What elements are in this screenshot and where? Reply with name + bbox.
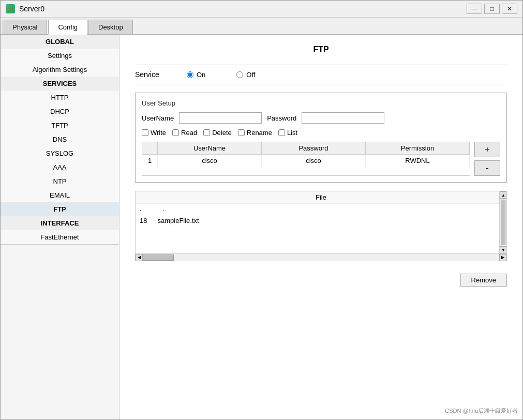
row-num: 1: [142, 155, 158, 167]
close-button[interactable]: ✕: [502, 4, 517, 14]
scroll-up-button[interactable]: ▲: [500, 191, 506, 199]
sidebar-item-http[interactable]: HTTP: [1, 91, 119, 105]
sidebar-item-dhcp[interactable]: DHCP: [1, 104, 119, 119]
add-user-button[interactable]: +: [474, 142, 500, 157]
remove-button[interactable]: Remove: [460, 274, 507, 287]
file-num: 18: [140, 217, 147, 224]
rename-checkbox[interactable]: [238, 129, 245, 136]
scroll-h-track: [143, 254, 499, 261]
permission-write[interactable]: Write: [142, 129, 166, 137]
table-row[interactable]: 1 cisco cisco RWDNL: [142, 155, 470, 167]
user-setup-box: User Setup UserName Password Write: [135, 93, 507, 183]
scroll-thumb[interactable]: [501, 200, 505, 245]
username-label: UserName: [142, 114, 174, 122]
delete-checkbox[interactable]: [203, 129, 210, 136]
table-header: UserName Password Permission: [142, 142, 470, 155]
file-dots-row: . .: [136, 204, 506, 214]
permission-read[interactable]: Read: [172, 129, 197, 137]
sidebar-item-services: SERVICES: [1, 77, 119, 91]
tab-desktop[interactable]: Desktop: [88, 20, 133, 34]
service-label: Service: [135, 70, 176, 79]
scroll-down-button[interactable]: ▼: [500, 246, 506, 253]
delete-label: Delete: [212, 129, 232, 137]
content-area: GLOBAL Settings Algorithm Settings SERVI…: [1, 35, 522, 419]
window-controls: — □ ✕: [467, 4, 517, 14]
tab-physical[interactable]: Physical: [3, 20, 47, 34]
permission-list[interactable]: List: [278, 129, 297, 137]
file-section: File . . 18 sampleFile.txt ▲: [135, 191, 507, 261]
service-off-label: Off: [246, 71, 255, 79]
watermark: CSDN @hnu后湖十级爱好者: [445, 407, 518, 415]
permissions-row: Write Read Delete Rename: [142, 129, 500, 137]
sidebar-item-dns[interactable]: DNS: [1, 132, 119, 147]
row-username: cisco: [158, 155, 262, 167]
row-permission: RWDNL: [366, 155, 470, 167]
service-on-input[interactable]: [187, 71, 193, 78]
write-label: Write: [151, 129, 166, 137]
panel-title: FTP: [135, 45, 507, 54]
list-checkbox[interactable]: [278, 129, 285, 136]
user-setup-fields: UserName Password: [142, 112, 500, 124]
tab-config[interactable]: Config: [48, 20, 87, 35]
table-buttons: + -: [474, 142, 500, 176]
username-input[interactable]: [179, 112, 262, 124]
sidebar-scroll: GLOBAL Settings Algorithm Settings SERVI…: [1, 35, 119, 419]
sidebar: GLOBAL Settings Algorithm Settings SERVI…: [1, 35, 119, 419]
minimize-button[interactable]: —: [467, 4, 482, 14]
sidebar-item-algorithm-settings[interactable]: Algorithm Settings: [1, 63, 119, 77]
maximize-button[interactable]: □: [484, 4, 500, 14]
sidebar-item-ftp[interactable]: FTP: [1, 202, 119, 217]
sidebar-item-settings[interactable]: Settings: [1, 49, 119, 63]
password-input[interactable]: [302, 112, 384, 124]
title-bar: 🌿 Server0 — □ ✕: [1, 1, 522, 18]
scroll-right-button[interactable]: ▶: [499, 254, 506, 261]
list-label: List: [287, 129, 297, 137]
sidebar-item-aaa[interactable]: AAA: [1, 160, 119, 175]
horizontal-scrollbar[interactable]: ◀ ▶: [136, 253, 506, 261]
remove-user-button[interactable]: -: [474, 160, 500, 176]
file-name: sampleFile.txt: [157, 217, 199, 224]
col-num: [142, 142, 158, 154]
col-password: Password: [262, 142, 366, 154]
main-panel: FTP Service On Off User Setup: [119, 35, 522, 419]
app-icon: 🌿: [6, 4, 15, 13]
sidebar-item-fastethernet[interactable]: FastEthernet: [1, 230, 119, 245]
dot2: .: [162, 205, 165, 213]
sidebar-item-interface: INTERFACE: [1, 216, 119, 231]
file-content: 18 sampleFile.txt: [136, 214, 506, 228]
col-permission: Permission: [366, 142, 470, 154]
service-row: Service On Off: [135, 65, 507, 84]
read-label: Read: [181, 129, 197, 137]
file-scroll-area: File . . 18 sampleFile.txt ▲: [136, 191, 506, 253]
service-on-label: On: [197, 71, 205, 79]
remove-row: Remove: [135, 269, 507, 287]
scroll-h-thumb[interactable]: [143, 254, 174, 261]
dot1: .: [140, 205, 142, 213]
permission-rename[interactable]: Rename: [238, 129, 272, 137]
sidebar-item-global: GLOBAL: [1, 35, 119, 49]
file-header: File: [136, 191, 506, 204]
service-off-radio[interactable]: Off: [236, 71, 255, 79]
rename-label: Rename: [247, 129, 272, 137]
service-on-radio[interactable]: On: [187, 71, 205, 79]
sidebar-item-email[interactable]: EMAIL: [1, 188, 119, 203]
sidebar-item-ntp[interactable]: NTP: [1, 174, 119, 189]
window-title: Server0: [19, 5, 44, 13]
read-checkbox[interactable]: [172, 129, 179, 136]
user-setup-title: User Setup: [142, 99, 500, 107]
sidebar-item-syslog[interactable]: SYSLOG: [1, 146, 119, 161]
file-row[interactable]: 18 sampleFile.txt: [140, 216, 502, 226]
col-username: UserName: [158, 142, 262, 154]
password-label: Password: [267, 114, 296, 122]
user-table-area: UserName Password Permission 1 cisco cis…: [142, 142, 500, 176]
permission-delete[interactable]: Delete: [203, 129, 232, 137]
vertical-scrollbar[interactable]: ▲ ▼: [499, 191, 506, 253]
scroll-left-button[interactable]: ◀: [136, 254, 143, 261]
tab-bar: Physical Config Desktop: [1, 18, 522, 35]
sidebar-item-tftp[interactable]: TFTP: [1, 118, 119, 133]
user-table: UserName Password Permission 1 cisco cis…: [142, 142, 470, 176]
row-password: cisco: [262, 155, 366, 167]
service-off-input[interactable]: [236, 71, 243, 78]
write-checkbox[interactable]: [142, 129, 148, 136]
